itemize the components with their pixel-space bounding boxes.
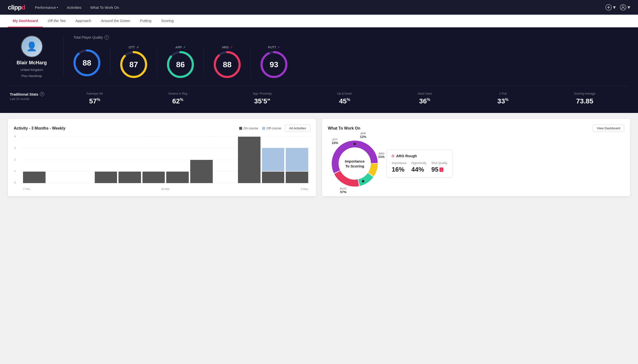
trad-stat-label-0: Fairways Hit: [87, 92, 103, 95]
shot-quality-badge: ↓: [440, 168, 443, 172]
activity-chart-title: Activity - 3 Months - Weekly: [14, 126, 65, 130]
trad-stat-value-2: 35'5": [253, 97, 272, 105]
bar-on-course: [166, 172, 189, 183]
score-circle-1: 87: [120, 51, 147, 78]
trad-help-icon[interactable]: ?: [40, 92, 44, 96]
donut-center-label: ImportanceTo Scoring: [345, 159, 365, 168]
trad-stat-4: Sand Save 36%: [417, 92, 432, 105]
score-value-0: 88: [83, 58, 91, 67]
score-label-3: ARG ↗: [222, 46, 232, 49]
nav-activities[interactable]: Activities: [67, 6, 81, 10]
tab-my-dashboard[interactable]: My Dashboard: [8, 15, 43, 28]
scores-section: Total Player Quality ? 88 OTT ↗ 87 APP ↗…: [64, 35, 628, 78]
bar-on-course: [238, 137, 261, 183]
grid-label: 0: [14, 181, 16, 184]
legend-off-course-dot: [262, 127, 265, 130]
score-circle-0: 88: [73, 50, 100, 76]
score-value-3: 88: [223, 60, 232, 69]
nav-what-to-work-on[interactable]: What To Work On: [90, 6, 119, 10]
activity-panel-actions: On course Off course All Activities: [239, 125, 310, 132]
bar-group: [23, 172, 46, 183]
player-info: 👤 Blair McHarg United Kingdom Plus Handi…: [10, 36, 64, 78]
wtwo-panel-header: What To Work On View Dashboard: [328, 125, 624, 132]
bar-group: [166, 172, 189, 183]
trad-stat-6: Scoring Average 73.85: [574, 92, 595, 105]
tab-putting[interactable]: Putting: [135, 15, 156, 28]
grid-label: 4: [14, 135, 16, 138]
tab-approach[interactable]: Approach: [71, 15, 96, 28]
navbar: clippd Performance ▾ Activities What To …: [0, 0, 638, 15]
hero-section: 👤 Blair McHarg United Kingdom Plus Handi…: [0, 28, 638, 113]
trad-stat-value-1: 62%: [168, 97, 187, 105]
sub-tabs: My Dashboard Off the Tee Approach Around…: [0, 15, 638, 28]
bar-on-course: [142, 172, 165, 183]
trad-stat-label-2: App. Proximity: [253, 92, 272, 95]
grid-label: 2: [14, 158, 16, 161]
donut-ext-label-ott: OTT10%: [332, 138, 338, 145]
score-item-0: 88: [73, 48, 110, 76]
user-chevron-icon: ▾: [627, 4, 630, 10]
trad-stat-value-5: 33%: [498, 97, 509, 105]
score-label-4: PUTT ↗: [268, 46, 280, 49]
bars-container: [21, 137, 310, 183]
trad-stat-label-6: Scoring Average: [574, 92, 595, 95]
bar-off-course: [286, 148, 308, 171]
info-card-header: ARG Rough: [392, 154, 447, 158]
what-to-work-on-panel: What To Work On View Dashboard Importanc…: [322, 119, 630, 196]
x-label-1: 28 Mar: [161, 188, 169, 190]
trad-stat-value-3: 45%: [337, 97, 352, 105]
trad-stat-0: Fairways Hit 57%: [87, 92, 103, 105]
bar-on-course: [190, 160, 213, 183]
shot-quality-label: Shot Quality: [431, 161, 447, 165]
x-label-2: 9 May: [301, 188, 308, 190]
total-quality-label: Total Player Quality ?: [73, 35, 628, 40]
arg-rough-info-card: ARG Rough Importance 16% Opportunity 44%…: [386, 150, 453, 178]
donut-area: ImportanceTo Scoring OTT10%APP12%ARG21%P…: [328, 137, 624, 190]
trad-stat-value-0: 57%: [87, 97, 103, 105]
tab-around-the-green[interactable]: Around the Green: [96, 15, 135, 28]
svg-point-4: [622, 6, 624, 8]
opportunity-label: Opportunity: [411, 161, 427, 165]
trad-label-section: Traditional Stats ? Last 20 rounds: [10, 92, 54, 101]
bar-chart-area: 432107 Feb28 Mar9 May: [14, 137, 310, 190]
score-arrow-4: ↗: [277, 46, 280, 49]
donut-wrapper: ImportanceTo Scoring OTT10%APP12%ARG21%P…: [328, 137, 382, 190]
importance-label: Importance: [392, 161, 406, 165]
bar-on-course: [23, 172, 46, 183]
score-label-2: APP ↗: [175, 46, 185, 49]
score-item-2: APP ↗ 86: [157, 46, 204, 78]
bar-on-course: [262, 172, 285, 183]
logo[interactable]: clippd: [8, 4, 25, 11]
donut-ext-label-putt: PUTT57%: [340, 187, 347, 194]
user-menu-button[interactable]: ▾: [620, 4, 630, 11]
legend-off-course: Off course: [262, 126, 281, 130]
traditional-stats: Traditional Stats ? Last 20 rounds Fairw…: [10, 86, 628, 105]
hero-top: 👤 Blair McHarg United Kingdom Plus Handi…: [10, 35, 628, 78]
donut-ext-label-app: APP12%: [360, 132, 366, 138]
add-button[interactable]: ▾: [605, 4, 616, 11]
donut-dot-3: [353, 143, 356, 145]
bar-group: [262, 148, 285, 183]
bar-on-course: [118, 172, 141, 183]
grid-label: 3: [14, 146, 16, 149]
trad-stats-sublabel: Last 20 rounds: [10, 97, 54, 101]
nav-right: ▾ ▾: [605, 4, 630, 11]
help-icon[interactable]: ?: [105, 35, 109, 40]
tab-off-the-tee[interactable]: Off the Tee: [43, 15, 71, 28]
trad-stat-value-6: 73.85: [574, 97, 595, 105]
donut-dot-2: [362, 180, 364, 182]
score-value-1: 87: [129, 60, 138, 69]
bar-on-course: [95, 172, 117, 183]
bar-group: [118, 172, 141, 183]
bar-off-course: [262, 148, 285, 171]
activity-legend: On course Off course: [239, 126, 281, 130]
trad-stats-grid: Fairways Hit 57% Greens In Reg 62% App. …: [54, 92, 628, 105]
tab-scoring[interactable]: Scoring: [156, 15, 178, 28]
view-dashboard-button[interactable]: View Dashboard: [593, 125, 624, 132]
grid-label: 1: [14, 170, 16, 172]
score-arrow-2: ↗: [183, 46, 185, 49]
all-activities-button[interactable]: All Activities: [285, 125, 310, 132]
score-item-3: ARG ↗ 88: [204, 46, 251, 78]
nav-performance[interactable]: Performance ▾: [35, 6, 58, 10]
trad-stat-label-4: Sand Save: [417, 92, 432, 95]
